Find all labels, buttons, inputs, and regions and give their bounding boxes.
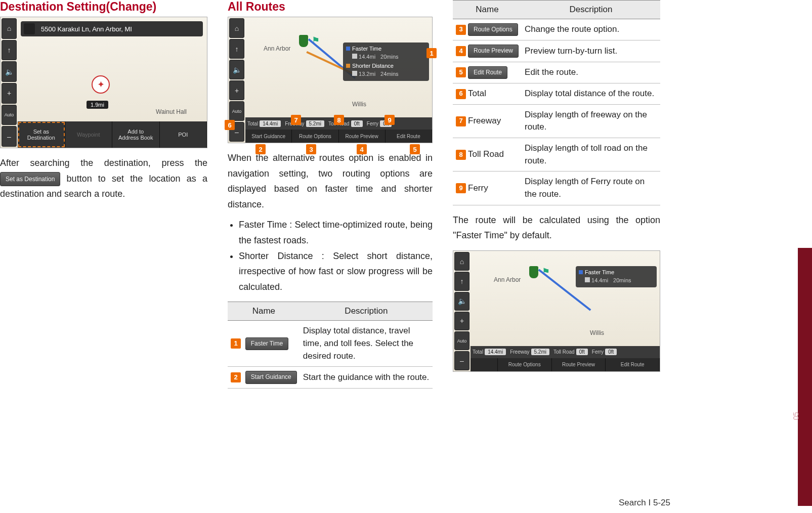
route-time: 24mins <box>380 71 398 77</box>
page-footer: Search I 5-25 <box>619 498 670 508</box>
table-row: 6Total Display total distance of the rou… <box>453 83 660 105</box>
route-selected-panel: Faster Time 14.4mi 20mins <box>576 266 657 287</box>
flag-icon <box>585 277 590 282</box>
blue-dot-icon <box>579 270 583 274</box>
address-bar: 5500 Karakul Ln, Ann Arbor, MI <box>21 21 203 36</box>
edit-route-button[interactable]: Edit Route <box>606 358 660 371</box>
table-row: 2 Start Guidance Start the guidance with… <box>228 367 433 388</box>
cell-description: Change the route option. <box>522 19 660 40</box>
route-faster-time-row[interactable]: Faster Time <box>578 268 655 276</box>
flag-icon <box>352 71 357 76</box>
screenshot-calculated-route: ⌂ ↑ 🔈 + Auto – Ann Arbor Willis ⚑ Faster… <box>453 250 660 372</box>
route-name: Shorter Distance <box>352 63 394 69</box>
nav-sidebar: ⌂ ↑ 🔈 + Auto – <box>453 251 471 371</box>
bottom-action-bar: Set as Destination Waypoint Add to Addre… <box>18 121 207 148</box>
heading-destination-setting: Destination Setting(Change) <box>0 0 207 14</box>
map-label-willis: Willis <box>590 329 604 336</box>
table-routes-actions-1: Name Description 1 Faster Time Display t… <box>228 302 433 388</box>
route-preview-button[interactable]: Route Preview <box>339 130 386 143</box>
paragraph-default-route: The route will be calculated using the o… <box>453 212 660 243</box>
callout-1: 1 <box>426 48 437 58</box>
paragraph-alternative-routes: When the alternative routes option is en… <box>228 150 433 212</box>
cell-description: Display length of freeway on the route. <box>522 104 660 138</box>
edit-route-chip: Edit Route <box>468 66 507 79</box>
stat-value: 0ft <box>576 349 588 355</box>
chapter-tab: 05 <box>798 248 812 506</box>
home-icon[interactable]: ⌂ <box>2 18 17 39</box>
screenshot-all-routes: ⌂ ↑ 🔈 + Auto – Ann Arbor Willis ⚑ Faster… <box>228 17 433 143</box>
faster-time-chip: Faster Time <box>245 337 288 350</box>
table-row: 4Route Preview Preview turn-by-turn list… <box>453 40 660 62</box>
screenshot-destination-setting: ⌂ ↑ 🔈 + Auto – 5500 Karakul Ln, Ann Arbo… <box>0 17 207 148</box>
num-badge: 2 <box>231 372 241 382</box>
map-label-willis: Willis <box>352 101 366 108</box>
auto-icon[interactable]: Auto <box>2 105 17 125</box>
stat-label: Total <box>247 121 258 126</box>
volume-icon[interactable]: 🔈 <box>454 292 469 311</box>
auto-icon[interactable]: Auto <box>454 331 469 350</box>
table-row: 5Edit Route Edit the route. <box>453 62 660 83</box>
stat-label: Freeway <box>510 349 529 355</box>
stat-value: 0ft <box>605 349 617 355</box>
route-options-button[interactable]: Route Options <box>292 130 338 143</box>
route-time: 20mins <box>613 277 631 283</box>
route-shorter-distance-row[interactable]: Shorter Distance <box>345 62 427 70</box>
home-icon[interactable]: ⌂ <box>454 252 469 271</box>
map-label-wainut-hall: Wainut Hall <box>156 108 187 115</box>
num-badge: 6 <box>456 89 466 99</box>
zoom-out-icon[interactable]: – <box>454 351 469 370</box>
callout-5: 5 <box>410 144 420 154</box>
route-name: Faster Time <box>585 269 614 275</box>
add-to-address-book-button[interactable]: Add to Address Book <box>112 121 160 148</box>
cell-description: Start the guidance with the route. <box>300 367 433 388</box>
compass-icon[interactable]: ↑ <box>229 39 244 59</box>
stat-value: 14.4mi <box>485 349 506 355</box>
zoom-out-icon[interactable]: – <box>2 126 17 147</box>
compass-icon[interactable]: ↑ <box>454 272 469 290</box>
route-action-bar: Route Options Route Preview Edit Route <box>471 358 660 371</box>
volume-icon[interactable]: 🔈 <box>2 61 17 82</box>
col-header-name: Name <box>453 1 522 19</box>
cell-description: Edit the route. <box>522 62 660 83</box>
flag-icon <box>352 54 357 59</box>
callout-8: 8 <box>334 115 344 125</box>
num-badge: 7 <box>456 116 466 126</box>
heading-all-routes: All Routes <box>228 0 433 14</box>
route-preview-chip: Route Preview <box>468 45 519 57</box>
start-guidance-button[interactable]: Start Guidance <box>245 130 292 143</box>
set-as-destination-button[interactable]: Set as Destination <box>18 121 65 148</box>
stat-value: 5.2mi <box>306 120 324 127</box>
waypoint-button[interactable]: Waypoint <box>65 121 113 148</box>
auto-icon[interactable]: Auto <box>229 101 244 121</box>
zoom-in-icon[interactable]: + <box>229 80 244 100</box>
row-label: Freeway <box>468 116 501 125</box>
zoom-in-icon[interactable]: + <box>454 312 469 330</box>
edit-route-button[interactable]: Edit Route <box>386 130 432 143</box>
num-badge: 5 <box>456 67 466 77</box>
route-options-chip: Route Options <box>468 23 518 36</box>
compass-icon[interactable]: ↑ <box>2 40 17 61</box>
map-label-ann-arbor: Ann Arbor <box>264 45 290 52</box>
volume-icon[interactable]: 🔈 <box>229 60 244 79</box>
route-comparison-panel: Faster Time 14.4mi 20mins Shorter Distan… <box>343 42 429 81</box>
crosshair-pin-icon: ✦ <box>92 75 110 94</box>
callout-7: 7 <box>291 115 301 125</box>
zoom-in-icon[interactable]: + <box>2 83 17 104</box>
cell-description: Preview turn-by-turn list. <box>522 40 660 62</box>
col-header-name: Name <box>228 302 300 321</box>
callout-9: 9 <box>384 115 395 125</box>
list-item: Faster Time : Select time-optimized rout… <box>239 217 433 248</box>
paragraph-destination-instruction: After searching the destination, press t… <box>0 155 207 202</box>
num-badge: 9 <box>456 183 466 193</box>
route-dist: 14.4mi <box>591 277 608 283</box>
route-faster-time-row[interactable]: Faster Time <box>345 45 427 53</box>
table-row: 3Route Options Change the route option. <box>453 19 660 40</box>
route-dist: 14.4mi <box>359 54 375 60</box>
route-preview-button[interactable]: Route Preview <box>552 358 606 371</box>
poi-button[interactable]: POI <box>160 121 207 148</box>
home-icon[interactable]: ⌂ <box>229 18 244 38</box>
route-options-button[interactable]: Route Options <box>498 358 552 371</box>
map-label-ann-arbor: Ann Arbor <box>494 276 521 283</box>
route-action-bar: Start Guidance Route Options Route Previ… <box>245 130 432 143</box>
address-text: 5500 Karakul Ln, Ann Arbor, MI <box>41 25 132 33</box>
